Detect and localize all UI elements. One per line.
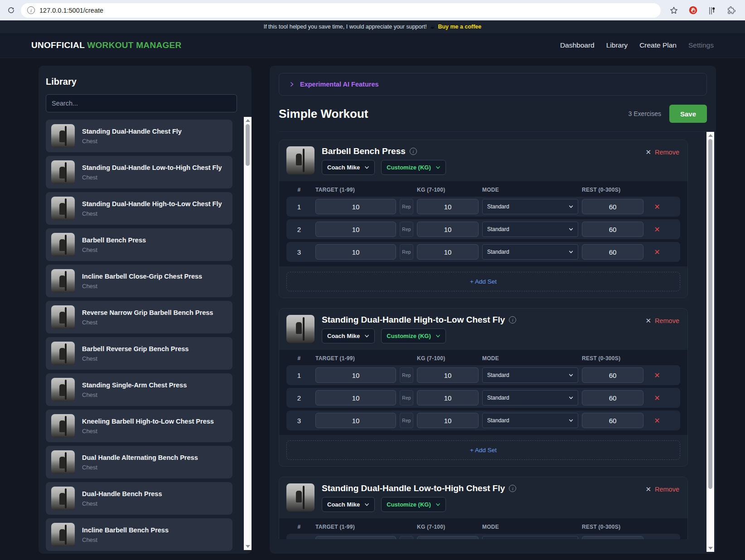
kg-weight-input[interactable]: [417, 222, 479, 237]
kg-weight-input[interactable]: [417, 413, 479, 428]
exercise-category: Chest: [82, 174, 222, 181]
scroll-down-arrow-icon[interactable]: [246, 545, 250, 548]
nav-dashboard[interactable]: Dashboard: [560, 41, 595, 49]
save-button[interactable]: Save: [669, 105, 707, 123]
password-manager-extension-icon[interactable]: [707, 5, 717, 15]
coach-select[interactable]: Coach Mike: [322, 497, 375, 512]
close-x-icon: ✕: [645, 485, 651, 493]
customize-unit-select[interactable]: Customize (KG): [381, 328, 446, 343]
target-reps-input[interactable]: [315, 222, 396, 237]
target-reps-input[interactable]: [315, 199, 396, 214]
chevron-down-icon: [435, 333, 440, 338]
delete-set-x-icon[interactable]: ✕: [647, 248, 667, 256]
site-info-icon[interactable]: i: [27, 6, 35, 14]
list-item[interactable]: Dual Handle Alternating Bench Press Ches…: [46, 446, 232, 478]
target-reps-input[interactable]: [315, 244, 396, 260]
customize-unit-select[interactable]: Customize (KG): [381, 160, 446, 175]
remove-exercise-button[interactable]: ✕ Remove: [645, 148, 679, 156]
workout-scrollbar[interactable]: [706, 132, 714, 552]
ai-features-accordion[interactable]: Experimental AI Features: [279, 73, 707, 96]
list-item[interactable]: Incline Barbell Bench Press Chest: [46, 518, 232, 551]
list-item[interactable]: Standing Dual-Handle Low-to-High Chest F…: [46, 156, 232, 188]
chevron-down-icon: [569, 250, 573, 254]
customize-unit-select[interactable]: Customize (KG): [381, 497, 446, 512]
adblock-extension-icon[interactable]: [688, 5, 698, 15]
mode-select[interactable]: Standard: [482, 367, 578, 383]
exercise-card-header: Standing Dual-Handle High-to-Low Chest F…: [279, 309, 687, 350]
remove-exercise-button[interactable]: ✕ Remove: [645, 317, 679, 325]
search-input[interactable]: [46, 94, 237, 112]
info-icon[interactable]: i: [410, 148, 417, 155]
exercise-thumbnail: [51, 160, 75, 184]
list-item[interactable]: Reverse Narrow Grip Barbell Bench Press …: [46, 301, 232, 333]
list-item[interactable]: Standing Dual-Handle High-to-Low Chest F…: [46, 192, 232, 225]
col-header-num: #: [286, 187, 312, 193]
target-reps-input[interactable]: [315, 390, 396, 406]
workout-name-input[interactable]: [279, 107, 629, 121]
delete-set-x-icon[interactable]: ✕: [647, 394, 667, 402]
exercise-thumbnail: [51, 487, 75, 510]
add-set-button[interactable]: + Add Set: [286, 272, 680, 291]
library-scrollbar[interactable]: [244, 117, 252, 550]
delete-set-x-icon[interactable]: ✕: [647, 225, 667, 234]
nav-settings[interactable]: Settings: [688, 41, 714, 49]
set-rows: 1 Rep Standard ✕ 2 Rep Standard ✕ 3 Rep …: [286, 197, 680, 262]
rest-seconds-input[interactable]: [582, 413, 643, 428]
remove-exercise-button[interactable]: ✕ Remove: [645, 485, 679, 493]
bookmark-star-icon[interactable]: [669, 5, 679, 15]
scroll-up-arrow-icon[interactable]: [246, 119, 250, 122]
list-item[interactable]: Dual-Handle Bench Press Chest: [46, 482, 232, 515]
mode-select[interactable]: Standard: [482, 199, 578, 214]
rest-seconds-input[interactable]: [582, 244, 643, 260]
scroll-up-arrow-icon[interactable]: [708, 134, 713, 137]
mode-select[interactable]: Standard: [482, 536, 578, 539]
info-icon[interactable]: i: [509, 485, 516, 492]
target-reps-input[interactable]: [315, 367, 396, 383]
kg-weight-input[interactable]: [417, 390, 479, 406]
nav-create-plan[interactable]: Create Plan: [639, 41, 677, 49]
set-row: 3 Rep Standard ✕: [286, 410, 680, 430]
extensions-puzzle-icon[interactable]: [726, 5, 736, 15]
rest-seconds-input[interactable]: [582, 536, 643, 539]
mode-select[interactable]: Standard: [482, 390, 578, 406]
exercise-thumbnail: [286, 315, 314, 343]
mode-select[interactable]: Standard: [482, 222, 578, 237]
mode-select[interactable]: Standard: [482, 413, 578, 428]
reload-icon[interactable]: [5, 5, 16, 16]
info-icon[interactable]: i: [509, 316, 516, 323]
rest-seconds-input[interactable]: [582, 199, 643, 214]
mode-select[interactable]: Standard: [482, 244, 578, 260]
rest-seconds-input[interactable]: [582, 390, 643, 406]
list-item[interactable]: Barbell Reverse Grip Bench Press Chest: [46, 337, 232, 370]
rest-seconds-input[interactable]: [582, 222, 643, 237]
exercise-category: Chest: [82, 283, 202, 290]
list-item[interactable]: Standing Dual-Handle Chest Fly Chest: [46, 120, 232, 152]
delete-set-x-icon[interactable]: ✕: [647, 371, 667, 380]
list-item[interactable]: Barbell Bench Press Chest: [46, 228, 232, 261]
add-set-button[interactable]: + Add Set: [286, 440, 680, 460]
delete-set-x-icon[interactable]: ✕: [647, 416, 667, 425]
kg-weight-input[interactable]: [417, 244, 479, 260]
list-item[interactable]: Kneeling Barbell High-to-Low Chest Press…: [46, 410, 232, 442]
kg-weight-input[interactable]: [417, 536, 479, 539]
coach-select[interactable]: Coach Mike: [322, 328, 375, 343]
kg-weight-input[interactable]: [417, 199, 479, 214]
address-bar[interactable]: i 127.0.0.1:5001/create: [21, 3, 661, 18]
target-reps-input[interactable]: [315, 413, 396, 428]
buy-me-a-coffee-link[interactable]: Buy me a coffee: [438, 24, 481, 30]
scrollbar-thumb[interactable]: [246, 124, 250, 166]
scrollbar-thumb[interactable]: [708, 139, 712, 489]
delete-set-x-icon[interactable]: ✕: [647, 203, 667, 211]
nav-library[interactable]: Library: [606, 41, 628, 49]
kg-weight-input[interactable]: [417, 367, 479, 383]
coach-select[interactable]: Coach Mike: [322, 160, 375, 175]
list-item[interactable]: Standing Single-Arm Chest Press Chest: [46, 373, 232, 406]
col-header-target: TARGET (1-99): [315, 187, 396, 193]
rest-seconds-input[interactable]: [582, 367, 643, 383]
url-text: 127.0.0.1:5001/create: [39, 7, 103, 14]
scroll-down-arrow-icon[interactable]: [708, 547, 713, 550]
list-item[interactable]: Incline Barbell Close-Grip Chest Press C…: [46, 265, 232, 297]
workout-title-row: 3 Exercises Save: [279, 103, 707, 125]
target-reps-input[interactable]: [315, 536, 396, 539]
exercise-thumbnail: [51, 450, 75, 474]
